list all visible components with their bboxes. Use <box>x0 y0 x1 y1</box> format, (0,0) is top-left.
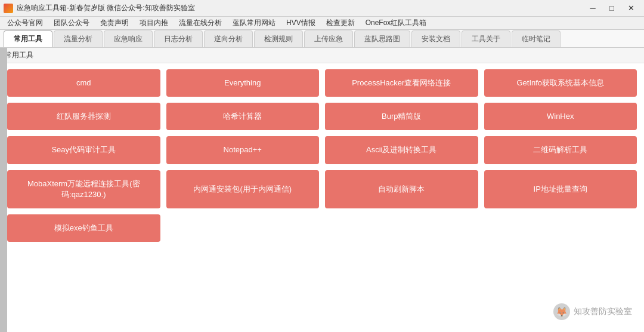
menu-item[interactable]: HVV情报 <box>281 17 320 29</box>
left-sidebar-strip <box>0 48 7 332</box>
watermark-icon: 🦊 <box>553 303 570 320</box>
tool-button-3[interactable]: GetInfo获取系统基本信息 <box>484 69 637 97</box>
menu-item[interactable]: 流量在线分析 <box>174 17 227 29</box>
menu-item[interactable]: 公众号官网 <box>2 17 48 29</box>
watermark-text: 知攻善防实验室 <box>574 306 632 317</box>
title-bar-controls: ─ □ ✕ <box>583 0 640 17</box>
tool-button-8[interactable]: Seay代码审计工具 <box>7 136 160 164</box>
section-header: 常用工具 <box>0 48 644 63</box>
tool-button-9[interactable]: Notepad++ <box>166 136 320 164</box>
app-icon <box>4 4 13 13</box>
tool-button-11[interactable]: 二维码解析工具 <box>484 136 637 164</box>
tab-蓝队思路图[interactable]: 蓝队思路图 <box>354 30 410 47</box>
tool-button-4[interactable]: 红队服务器探测 <box>7 103 160 130</box>
content-area: cmdEverythingProcessHacker查看网络连接GetInfo获… <box>0 63 644 332</box>
tab-临时笔记[interactable]: 临时笔记 <box>512 30 561 47</box>
tool-button-12[interactable]: MobaXterm万能远程连接工具(密码:qaz1230.) <box>7 170 160 208</box>
tab-上传应急[interactable]: 上传应急 <box>304 30 353 47</box>
tool-button-13[interactable]: 内网通安装包(用于内网通信) <box>166 170 320 208</box>
tool-button-6[interactable]: Burp精简版 <box>325 103 478 130</box>
minimize-button[interactable]: ─ <box>583 0 602 17</box>
tab-检测规则[interactable]: 检测规则 <box>254 30 303 47</box>
tool-button-5[interactable]: 哈希计算器 <box>166 103 320 130</box>
tab-逆向分析[interactable]: 逆向分析 <box>204 30 253 47</box>
close-button[interactable]: ✕ <box>621 0 640 17</box>
menu-bar: 公众号官网团队公众号免责声明项目内推流量在线分析蓝队常用网站HVV情报检查更新O… <box>0 17 644 30</box>
tool-button-7[interactable]: WinHex <box>484 103 637 130</box>
tool-button-10[interactable]: Ascii及进制转换工具 <box>325 136 478 164</box>
menu-item[interactable]: OneFox红队工具箱 <box>361 17 432 29</box>
menu-item[interactable]: 团队公众号 <box>49 17 94 29</box>
tab-安装文档[interactable]: 安装文档 <box>411 30 460 47</box>
menu-item[interactable]: 蓝队常用网站 <box>228 17 280 29</box>
title-bar: 应急响应工具箱-新春贺岁版 微信公众号:知攻善防实验室 ─ □ ✕ <box>0 0 644 17</box>
tool-button-0[interactable]: cmd <box>7 69 160 97</box>
tool-button-1[interactable]: Everything <box>166 69 320 97</box>
tab-常用工具[interactable]: 常用工具 <box>4 30 52 47</box>
tool-button-15[interactable]: IP地址批量查询 <box>484 170 637 208</box>
watermark: 🦊 知攻善防实验室 <box>553 303 632 320</box>
menu-item[interactable]: 检查更新 <box>321 17 360 29</box>
menu-item[interactable]: 免责声明 <box>95 17 134 29</box>
tool-button-14[interactable]: 自动刷新脚本 <box>325 170 478 208</box>
menu-item[interactable]: 项目内推 <box>135 17 173 29</box>
section-label: 常用工具 <box>5 51 33 59</box>
tool-button-2[interactable]: ProcessHacker查看网络连接 <box>325 69 478 97</box>
title-bar-text: 应急响应工具箱-新春贺岁版 微信公众号:知攻善防实验室 <box>17 3 583 13</box>
tab-日志分析[interactable]: 日志分析 <box>154 30 203 47</box>
tab-流量分析[interactable]: 流量分析 <box>54 30 103 47</box>
maximize-button[interactable]: □ <box>602 0 621 17</box>
tab-工具关于[interactable]: 工具关于 <box>462 30 510 47</box>
tab-应急响应[interactable]: 应急响应 <box>104 30 153 47</box>
tool-grid: cmdEverythingProcessHacker查看网络连接GetInfo获… <box>7 69 637 242</box>
tab-bar: 常用工具流量分析应急响应日志分析逆向分析检测规则上传应急蓝队思路图安装文档工具关… <box>0 30 644 48</box>
tool-button-16[interactable]: 模拟exe钓鱼工具 <box>7 214 160 242</box>
